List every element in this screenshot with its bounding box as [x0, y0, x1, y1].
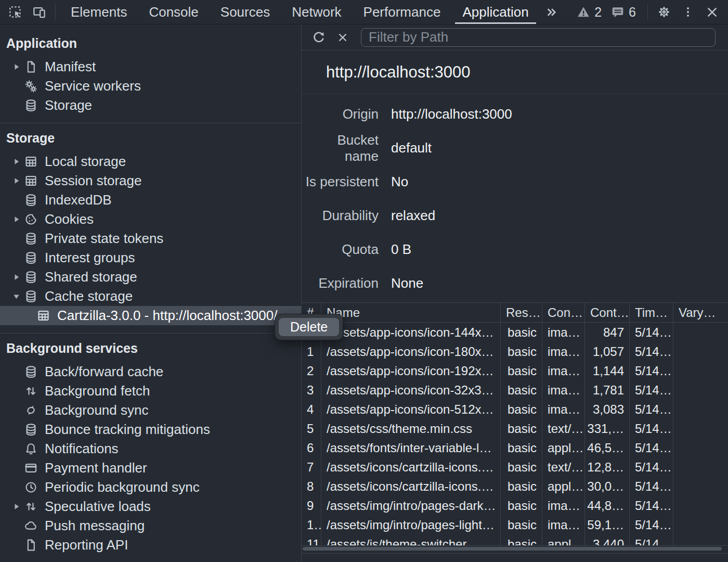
column-header-tim[interactable]: Tim… [630, 303, 673, 322]
table-row[interactable]: 8/assets/icons/cartzilla-icons.…basicapp… [302, 477, 728, 496]
triangle-right-icon[interactable] [12, 273, 24, 281]
messages-icon[interactable] [609, 1, 627, 23]
more-tabs-icon[interactable] [540, 1, 564, 23]
tab-console[interactable]: Console [138, 0, 209, 24]
column-header-cont[interactable]: Cont… [585, 303, 630, 322]
sidebar-item-cartzilla-3-0-0-http-localhost-3000[interactable]: Cartzilla-3.0.0 - http://localhost:3000/ [0, 306, 301, 325]
database-icon [24, 193, 38, 207]
field-label: Is persistent [302, 174, 379, 190]
sidebar-item-back-forward-cache[interactable]: Back/forward cache [0, 362, 301, 381]
table-row[interactable]: 6/assets/fonts/inter-variable-l…basicapp… [302, 438, 728, 457]
sidebar-item-manifest[interactable]: Manifest [0, 57, 301, 76]
sidebar-item-local-storage[interactable]: Local storage [0, 152, 301, 171]
cell-number: 11 [302, 534, 321, 545]
filter-by-path-input[interactable] [361, 28, 716, 47]
sidebar-item-label: Cartzilla-3.0.0 - http://localhost:3000/ [57, 308, 277, 324]
table-row[interactable]: 1/assets/app-icons/icon-180x…basicima…1,… [302, 342, 728, 361]
triangle-right-icon[interactable] [12, 158, 24, 165]
cell-content-type: appl… [542, 438, 585, 457]
database-icon [24, 251, 38, 265]
field-label: Expiration [302, 275, 379, 291]
warning-icon[interactable] [575, 1, 592, 23]
sidebar-item-cache-storage[interactable]: Cache storage [0, 287, 301, 306]
horizontal-scrollbar[interactable] [302, 545, 728, 552]
refresh-icon[interactable] [307, 26, 331, 49]
table-row[interactable]: 5/assets/css/theme.min.cssbasictext/…331… [302, 419, 728, 438]
clear-icon[interactable] [331, 26, 355, 49]
delete-menu-item[interactable]: Delete [279, 318, 339, 336]
sidebar-item-shared-storage[interactable]: Shared storage [0, 267, 301, 287]
sidebar-item-bounce-tracking-mitigations[interactable]: Bounce tracking mitigations [0, 420, 301, 439]
sidebar-item-background-sync[interactable]: Background sync [0, 401, 301, 420]
tab-performance[interactable]: Performance [353, 0, 452, 24]
cell-response-type: basic [501, 477, 542, 496]
cell-time-cached: 5/14… [630, 361, 673, 380]
sidebar-item-background-fetch[interactable]: Background fetch [0, 381, 301, 401]
column-header-con[interactable]: Con… [542, 303, 585, 322]
sidebar-item-label: Back/forward cache [45, 364, 163, 380]
scrollbar-thumb[interactable] [303, 547, 722, 551]
devtools-tabbar: ElementsConsoleSourcesNetworkPerformance… [0, 0, 728, 24]
sidebar-item-interest-groups[interactable]: Interest groups [0, 248, 301, 267]
column-header-res[interactable]: Res… [501, 303, 542, 322]
section-title-application: Application [0, 32, 301, 57]
triangle-right-icon[interactable] [12, 177, 24, 185]
sidebar-item-push-messaging[interactable]: Push messaging [0, 516, 301, 535]
table-row[interactable]: 7/assets/icons/cartzilla-icons.…basictex… [302, 457, 728, 477]
sidebar-item-service-workers[interactable]: Service workers [0, 76, 301, 96]
cookie-icon [24, 212, 38, 226]
sidebar-item-session-storage[interactable]: Session storage [0, 171, 301, 190]
table-row[interactable]: 0/assets/app-icons/icon-144x…basicima…84… [302, 323, 728, 342]
cache-toolbar [302, 24, 728, 50]
table-row[interactable]: 4/assets/app-icons/icon-512x…basicima…3,… [302, 400, 728, 419]
column-header-name[interactable]: Name [321, 303, 501, 322]
toolbar-separator [647, 4, 648, 20]
cell-response-type: basic [501, 361, 542, 380]
sidebar-item-private-state-tokens[interactable]: Private state tokens [0, 229, 301, 248]
warning-count: 2 [594, 5, 602, 20]
sidebar-item-periodic-background-sync[interactable]: Periodic background sync [0, 478, 301, 497]
triangle-down-icon[interactable] [12, 292, 24, 300]
tab-sources[interactable]: Sources [210, 0, 281, 24]
cell-content-length: 1,781 [585, 380, 630, 400]
sidebar-item-reporting-api[interactable]: Reporting API [0, 535, 301, 555]
cell-content-length: 847 [585, 323, 630, 342]
cell-content-length: 3,083 [585, 400, 630, 419]
triangle-right-icon[interactable] [12, 503, 24, 510]
table-row[interactable]: 9/assets/img/intro/pages-dark…basicima…4… [302, 496, 728, 515]
sidebar-item-payment-handler[interactable]: Payment handler [0, 458, 301, 478]
sidebar-item-speculative-loads[interactable]: Speculative loads [0, 497, 301, 516]
cell-time-cached: 5/14… [630, 477, 673, 496]
table-row[interactable]: 11/assets/js/theme-switcher…basicappl…3,… [302, 534, 728, 545]
cell-content-type: ima… [542, 515, 585, 534]
device-toolbar-icon[interactable] [27, 1, 51, 23]
cell-vary [673, 496, 728, 515]
field-label: Durability [302, 208, 379, 224]
sync-icon [24, 403, 38, 417]
sidebar-item-notifications[interactable]: Notifications [0, 439, 301, 458]
tab-network[interactable]: Network [281, 0, 352, 24]
more-options-icon[interactable] [676, 1, 700, 23]
cell-vary [673, 400, 728, 419]
sidebar-item-indexeddb[interactable]: IndexedDB [0, 190, 301, 210]
cell-time-cached: 5/14… [630, 457, 673, 477]
column-header-vary[interactable]: Vary… [673, 303, 728, 322]
application-sidebar: ApplicationManifestService workersStorag… [0, 24, 302, 562]
tab-elements[interactable]: Elements [60, 0, 138, 24]
sidebar-item-storage[interactable]: Storage [0, 96, 301, 115]
tab-application[interactable]: Application [451, 0, 539, 24]
cell-vary [673, 380, 728, 400]
triangle-right-icon[interactable] [12, 63, 24, 71]
cell-number: 8 [302, 477, 321, 496]
close-icon[interactable] [700, 1, 724, 23]
settings-icon[interactable] [652, 1, 676, 23]
inspect-icon[interactable] [3, 1, 27, 23]
table-row[interactable]: 3/assets/app-icons/icon-32x3…basicima…1,… [302, 380, 728, 400]
triangle-right-icon[interactable] [12, 215, 24, 223]
cell-number: 1 [302, 342, 321, 361]
table-row[interactable]: 2/assets/app-icons/icon-192x…basicima…1,… [302, 361, 728, 380]
table-row[interactable]: 1…/assets/img/intro/pages-light…basicima… [302, 515, 728, 534]
database-icon [24, 270, 38, 284]
sidebar-item-cookies[interactable]: Cookies [0, 210, 301, 229]
cell-name: /assets/css/theme.min.css [321, 419, 501, 438]
